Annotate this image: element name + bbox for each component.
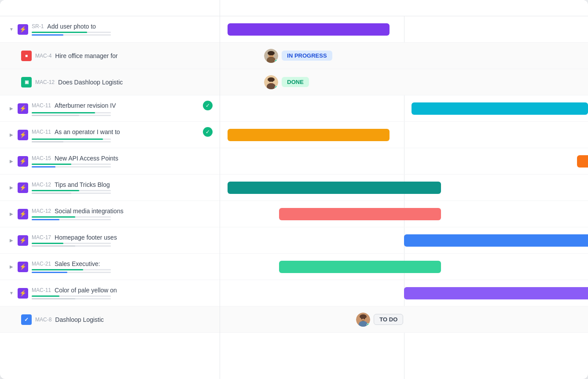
icon-badge-mac12a: ▣ [21, 77, 32, 87]
bar-mac11b[interactable] [228, 129, 390, 141]
epic-row-mac12a[interactable]: ▣MAC-12Does Dashloop Logistic [0, 69, 220, 95]
epic-content-mac15: MAC-15 New API Access Points [32, 155, 213, 168]
expand-btn-mac12c[interactable] [7, 210, 16, 219]
epic-title-mac21: Sales Executive: [55, 260, 213, 267]
epic-top-mac21: MAC-21 Sales Executive: [32, 260, 213, 267]
svg-point-17 [364, 318, 365, 319]
status-badge-mac4[interactable]: IN PROGRESS [282, 51, 332, 61]
epic-top-mac12b: MAC-12 Tips and Tricks Blog [32, 181, 213, 188]
epic-id-mac12a: MAC-12 [35, 79, 55, 85]
bar-mac21[interactable] [279, 261, 441, 273]
icon-badge-mac8: ✓ [21, 314, 32, 325]
body: ⚡ SR-1 Add user photo to ■MAC-4Hire offi… [0, 16, 588, 379]
epic-id-mac4: MAC-4 [35, 53, 51, 59]
epic-row-mac21[interactable]: ⚡ MAC-21 Sales Executive: [0, 254, 220, 280]
expand-btn-mac17[interactable] [7, 236, 16, 245]
gantt-row-mac8: TO DO [220, 306, 588, 333]
expand-btn-mac11c[interactable] [7, 289, 16, 298]
epic-row-mac17[interactable]: ⚡ MAC-17 Homepage footer uses [0, 227, 220, 254]
avatar-dot-mac8 [367, 323, 370, 327]
epic-title-mac11b: As an operator I want to [55, 128, 199, 135]
svg-point-5 [272, 54, 273, 55]
epic-title-mac4: Hire office manager for [55, 52, 213, 59]
bar-mac12b[interactable] [228, 182, 441, 194]
expand-btn-mac21[interactable] [7, 262, 16, 271]
gantt-row-mac12c [220, 201, 588, 227]
check-badge-mac11a: ✓ [203, 101, 213, 110]
epic-content-mac12c: MAC-12 Social media integrations [32, 208, 213, 220]
svg-point-9 [268, 77, 275, 82]
bar-mac11a[interactable] [412, 102, 588, 115]
epic-row-mac11b[interactable]: ⚡ MAC-11 As an operator I want to ✓ [0, 122, 220, 148]
epic-top-mac17: MAC-17 Homepage footer uses [32, 234, 213, 241]
gantt-row-mac11a [220, 95, 588, 122]
epic-top-mac11c: MAC-11 Color of pale yellow on [32, 287, 213, 294]
icon-badge-mac12b: ⚡ [18, 182, 28, 193]
epic-id-sr1: SR-1 [32, 23, 44, 29]
avatar-dot-mac4 [275, 59, 278, 63]
epic-id-mac21: MAC-21 [32, 261, 51, 267]
epic-id-mac12c: MAC-12 [32, 208, 51, 214]
epic-id-mac15: MAC-15 [32, 155, 51, 161]
svg-point-15 [360, 314, 367, 319]
header-may [220, 0, 404, 16]
svg-point-11 [272, 80, 273, 81]
gantt-row-mac12b [220, 175, 588, 201]
epic-row-mac4[interactable]: ■MAC-4Hire office manager for [0, 43, 220, 69]
gantt-row-mac17 [220, 227, 588, 254]
expand-btn-mac15[interactable] [7, 157, 16, 166]
icon-badge-mac11c: ⚡ [18, 288, 28, 299]
bar-sr1[interactable] [228, 23, 390, 36]
epic-row-sr1[interactable]: ⚡ SR-1 Add user photo to [0, 16, 220, 43]
bar-mac17[interactable] [404, 234, 588, 247]
epic-title-mac12c: Social media integrations [55, 208, 213, 215]
epic-row-mac11a[interactable]: ⚡ MAC-11 Afterburner revision IV ✓ [0, 95, 220, 122]
epic-title-mac15: New API Access Points [55, 155, 213, 162]
svg-point-16 [361, 318, 362, 319]
epic-top-mac15: MAC-15 New API Access Points [32, 155, 213, 162]
avatar-status-mac12a: DONE [264, 75, 309, 89]
svg-point-10 [269, 80, 270, 81]
icon-badge-mac11b: ⚡ [18, 130, 28, 140]
epic-content-mac11c: MAC-11 Color of pale yellow on [32, 287, 213, 299]
status-badge-mac8[interactable]: TO DO [374, 314, 403, 325]
epic-row-mac11c[interactable]: ⚡ MAC-11 Color of pale yellow on [0, 280, 220, 306]
avatar-dot-mac12a [275, 86, 278, 89]
gantt-row-mac15 [220, 148, 588, 175]
expand-btn-mac12b[interactable] [7, 183, 16, 192]
gantt-row-mac4: IN PROGRESS [220, 43, 588, 69]
expand-btn-sr1[interactable] [7, 25, 16, 34]
epic-id-mac12b: MAC-12 [32, 182, 51, 188]
expand-btn-mac11a[interactable] [7, 104, 16, 113]
epic-row-mac12c[interactable]: ⚡ MAC-12 Social media integrations [0, 201, 220, 227]
avatar-status-mac8: TO DO [356, 313, 403, 327]
svg-point-3 [268, 51, 275, 55]
bar-mac12c[interactable] [279, 208, 441, 220]
epic-content-mac12b: MAC-12 Tips and Tricks Blog [32, 181, 213, 194]
epic-id-mac11a: MAC-11 [32, 102, 51, 109]
epic-title-mac8: Dashloop Logistic [55, 316, 213, 323]
gantt-row-mac12a: DONE [220, 69, 588, 95]
epic-row-mac8[interactable]: ✓MAC-8Dashloop Logistic [0, 306, 220, 333]
epic-content-mac11b: MAC-11 As an operator I want to ✓ [32, 127, 213, 142]
app-container: ⚡ SR-1 Add user photo to ■MAC-4Hire offi… [0, 0, 588, 379]
epic-list: ⚡ SR-1 Add user photo to ■MAC-4Hire offi… [0, 16, 220, 379]
gantt-row-mac11b [220, 122, 588, 148]
icon-badge-mac4: ■ [21, 51, 32, 61]
icon-badge-mac17: ⚡ [18, 235, 28, 246]
header-jun [404, 0, 588, 16]
epic-top-sr1: SR-1 Add user photo to [32, 23, 213, 30]
epic-title-mac17: Homepage footer uses [55, 234, 213, 241]
status-badge-mac12a[interactable]: DONE [282, 77, 309, 87]
epic-content-mac17: MAC-17 Homepage footer uses [32, 234, 213, 247]
epic-title-mac11c: Color of pale yellow on [55, 287, 213, 294]
epic-row-mac12b[interactable]: ⚡ MAC-12 Tips and Tricks Blog [0, 175, 220, 201]
avatar-mac4 [264, 49, 278, 63]
epic-id-mac8: MAC-8 [35, 317, 51, 323]
bar-mac11c[interactable] [404, 287, 588, 299]
bar-mac15[interactable] [577, 155, 588, 168]
epic-id-mac11b: MAC-11 [32, 129, 51, 135]
avatar-status-mac4: IN PROGRESS [264, 49, 332, 63]
expand-btn-mac11b[interactable] [7, 131, 16, 139]
epic-row-mac15[interactable]: ⚡ MAC-15 New API Access Points [0, 148, 220, 175]
